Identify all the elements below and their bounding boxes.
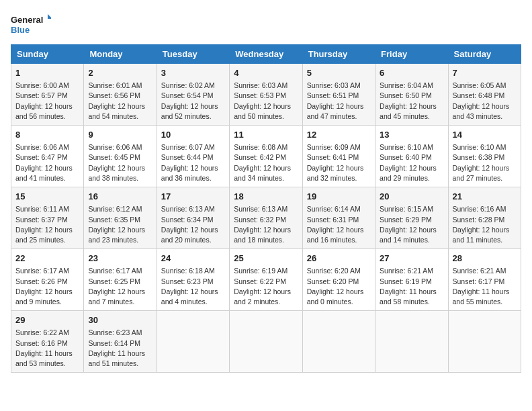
calendar-cell: 11Sunrise: 6:08 AMSunset: 6:42 PMDayligh…	[230, 126, 302, 187]
cell-text: Sunrise: 6:13 AMSunset: 6:32 PMDaylight:…	[234, 204, 298, 245]
day-number: 22	[15, 253, 79, 265]
calendar-cell	[448, 311, 521, 373]
calendar-cell: 22Sunrise: 6:17 AMSunset: 6:26 PMDayligh…	[11, 249, 84, 311]
cell-text: Sunrise: 6:13 AMSunset: 6:34 PMDaylight:…	[161, 204, 225, 245]
calendar-week-2: 8Sunrise: 6:06 AMSunset: 6:47 PMDaylight…	[11, 126, 521, 187]
day-number: 21	[453, 191, 517, 203]
cell-text: Sunrise: 6:07 AMSunset: 6:44 PMDaylight:…	[161, 142, 225, 183]
cell-text: Sunrise: 6:21 AMSunset: 6:19 PMDaylight:…	[380, 266, 443, 307]
weekday-header-friday: Friday	[375, 45, 448, 64]
cell-text: Sunrise: 6:04 AMSunset: 6:50 PMDaylight:…	[380, 81, 443, 122]
weekday-header-thursday: Thursday	[302, 45, 375, 64]
calendar-cell: 9Sunrise: 6:06 AMSunset: 6:45 PMDaylight…	[84, 126, 157, 187]
cell-text: Sunrise: 6:12 AMSunset: 6:35 PMDaylight:…	[88, 204, 152, 245]
cell-text: Sunrise: 6:14 AMSunset: 6:31 PMDaylight:…	[307, 204, 371, 245]
cell-text: Sunrise: 6:11 AMSunset: 6:37 PMDaylight:…	[15, 204, 79, 245]
calendar-cell	[375, 311, 448, 373]
cell-text: Sunrise: 6:15 AMSunset: 6:29 PMDaylight:…	[380, 204, 443, 245]
day-number: 9	[88, 129, 152, 141]
calendar-week-4: 22Sunrise: 6:17 AMSunset: 6:26 PMDayligh…	[11, 249, 521, 311]
calendar-cell: 13Sunrise: 6:10 AMSunset: 6:40 PMDayligh…	[375, 126, 448, 187]
calendar-cell: 19Sunrise: 6:14 AMSunset: 6:31 PMDayligh…	[302, 187, 375, 249]
day-number: 1	[15, 67, 79, 79]
logo-svg: General Blue	[11, 11, 51, 38]
day-number: 14	[453, 129, 517, 141]
calendar-week-3: 15Sunrise: 6:11 AMSunset: 6:37 PMDayligh…	[11, 187, 521, 249]
cell-text: Sunrise: 6:10 AMSunset: 6:38 PMDaylight:…	[453, 142, 517, 183]
cell-text: Sunrise: 6:16 AMSunset: 6:28 PMDaylight:…	[453, 204, 517, 245]
calendar-cell: 10Sunrise: 6:07 AMSunset: 6:44 PMDayligh…	[157, 126, 229, 187]
calendar-cell: 7Sunrise: 6:05 AMSunset: 6:48 PMDaylight…	[448, 64, 521, 126]
calendar-cell: 16Sunrise: 6:12 AMSunset: 6:35 PMDayligh…	[84, 187, 157, 249]
calendar-cell: 5Sunrise: 6:03 AMSunset: 6:51 PMDaylight…	[302, 64, 375, 126]
cell-text: Sunrise: 6:02 AMSunset: 6:54 PMDaylight:…	[161, 81, 225, 122]
cell-text: Sunrise: 6:17 AMSunset: 6:25 PMDaylight:…	[88, 266, 152, 307]
weekday-header-sunday: Sunday	[11, 45, 84, 64]
cell-text: Sunrise: 6:08 AMSunset: 6:42 PMDaylight:…	[234, 142, 298, 183]
calendar-cell	[157, 311, 229, 373]
calendar-cell: 17Sunrise: 6:13 AMSunset: 6:34 PMDayligh…	[157, 187, 229, 249]
day-number: 4	[234, 67, 298, 79]
cell-text: Sunrise: 6:05 AMSunset: 6:48 PMDaylight:…	[453, 81, 517, 122]
day-number: 28	[453, 253, 517, 265]
cell-text: Sunrise: 6:23 AMSunset: 6:14 PMDaylight:…	[88, 328, 152, 369]
cell-text: Sunrise: 6:06 AMSunset: 6:45 PMDaylight:…	[88, 142, 152, 183]
calendar-cell: 2Sunrise: 6:01 AMSunset: 6:56 PMDaylight…	[84, 64, 157, 126]
day-number: 13	[380, 129, 443, 141]
day-number: 6	[380, 67, 443, 79]
calendar-cell	[230, 311, 302, 373]
calendar-cell: 18Sunrise: 6:13 AMSunset: 6:32 PMDayligh…	[230, 187, 302, 249]
calendar-cell: 6Sunrise: 6:04 AMSunset: 6:50 PMDaylight…	[375, 64, 448, 126]
day-number: 30	[88, 314, 152, 326]
weekday-header-monday: Monday	[84, 45, 157, 64]
day-number: 5	[307, 67, 371, 79]
calendar-cell: 26Sunrise: 6:20 AMSunset: 6:20 PMDayligh…	[302, 249, 375, 311]
cell-text: Sunrise: 6:00 AMSunset: 6:57 PMDaylight:…	[15, 81, 79, 122]
calendar-cell: 29Sunrise: 6:22 AMSunset: 6:16 PMDayligh…	[11, 311, 84, 373]
day-number: 8	[15, 129, 79, 141]
day-number: 20	[380, 191, 443, 203]
calendar-cell: 30Sunrise: 6:23 AMSunset: 6:14 PMDayligh…	[84, 311, 157, 373]
calendar-cell: 28Sunrise: 6:21 AMSunset: 6:17 PMDayligh…	[448, 249, 521, 311]
day-number: 27	[380, 253, 443, 265]
day-number: 7	[453, 67, 517, 79]
calendar-cell: 24Sunrise: 6:18 AMSunset: 6:23 PMDayligh…	[157, 249, 229, 311]
calendar-cell: 27Sunrise: 6:21 AMSunset: 6:19 PMDayligh…	[375, 249, 448, 311]
calendar-cell: 15Sunrise: 6:11 AMSunset: 6:37 PMDayligh…	[11, 187, 84, 249]
cell-text: Sunrise: 6:22 AMSunset: 6:16 PMDaylight:…	[15, 328, 79, 369]
cell-text: Sunrise: 6:18 AMSunset: 6:23 PMDaylight:…	[161, 266, 225, 307]
weekday-header-wednesday: Wednesday	[230, 45, 302, 64]
cell-text: Sunrise: 6:21 AMSunset: 6:17 PMDaylight:…	[453, 266, 517, 307]
calendar-cell: 20Sunrise: 6:15 AMSunset: 6:29 PMDayligh…	[375, 187, 448, 249]
calendar-header: SundayMondayTuesdayWednesdayThursdayFrid…	[11, 45, 521, 64]
cell-text: Sunrise: 6:09 AMSunset: 6:41 PMDaylight:…	[307, 142, 371, 183]
cell-text: Sunrise: 6:20 AMSunset: 6:20 PMDaylight:…	[307, 266, 371, 307]
cell-text: Sunrise: 6:19 AMSunset: 6:22 PMDaylight:…	[234, 266, 298, 307]
svg-text:General: General	[11, 15, 43, 25]
day-number: 24	[161, 253, 225, 265]
svg-text:Blue: Blue	[11, 25, 30, 35]
day-number: 10	[161, 129, 225, 141]
day-number: 3	[161, 67, 225, 79]
calendar-cell: 21Sunrise: 6:16 AMSunset: 6:28 PMDayligh…	[448, 187, 521, 249]
day-number: 11	[234, 129, 298, 141]
day-number: 29	[15, 314, 79, 326]
calendar-cell: 8Sunrise: 6:06 AMSunset: 6:47 PMDaylight…	[11, 126, 84, 187]
cell-text: Sunrise: 6:06 AMSunset: 6:47 PMDaylight:…	[15, 142, 79, 183]
cell-text: Sunrise: 6:03 AMSunset: 6:51 PMDaylight:…	[307, 81, 371, 122]
weekday-header-tuesday: Tuesday	[157, 45, 229, 64]
day-number: 23	[88, 253, 152, 265]
calendar-cell	[302, 311, 375, 373]
cell-text: Sunrise: 6:10 AMSunset: 6:40 PMDaylight:…	[380, 142, 443, 183]
calendar-table: SundayMondayTuesdayWednesdayThursdayFrid…	[11, 44, 521, 373]
day-number: 12	[307, 129, 371, 141]
calendar-body: 1Sunrise: 6:00 AMSunset: 6:57 PMDaylight…	[11, 64, 521, 373]
calendar-cell: 14Sunrise: 6:10 AMSunset: 6:38 PMDayligh…	[448, 126, 521, 187]
day-number: 2	[88, 67, 152, 79]
day-number: 17	[161, 191, 225, 203]
calendar-week-1: 1Sunrise: 6:00 AMSunset: 6:57 PMDaylight…	[11, 64, 521, 126]
day-number: 26	[307, 253, 371, 265]
weekday-header-saturday: Saturday	[448, 45, 521, 64]
calendar-week-5: 29Sunrise: 6:22 AMSunset: 6:16 PMDayligh…	[11, 311, 521, 373]
cell-text: Sunrise: 6:03 AMSunset: 6:53 PMDaylight:…	[234, 81, 298, 122]
